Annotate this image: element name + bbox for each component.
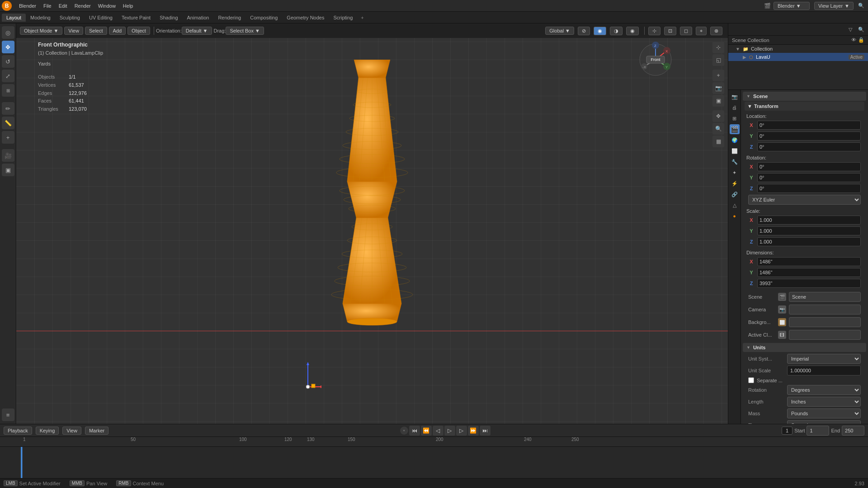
menu-file[interactable]: File [40, 2, 55, 9]
play-btn[interactable]: ▷ [444, 426, 455, 436]
ws-tab-scripting[interactable]: Scripting [329, 14, 357, 22]
zoom-view[interactable]: 🔍 [712, 123, 724, 135]
render-view-btn[interactable]: ▣ [2, 164, 14, 176]
menu-help[interactable]: Help [119, 2, 137, 9]
transform-tool-btn[interactable]: ⊞ [2, 84, 14, 97]
prev-keyframe-btn[interactable]: ⏪ [421, 426, 432, 436]
ws-tab-geometry-nodes[interactable]: Geometry Nodes [282, 14, 329, 22]
navigation-gizmo[interactable]: X -X Y Z Front [637, 42, 674, 78]
outliner-search-btn[interactable]: 🔍 [856, 24, 866, 34]
prop-tab-render[interactable]: 📷 [730, 92, 740, 102]
units-section-header[interactable]: ▼ Units [743, 343, 866, 352]
orientation-selector[interactable]: Default ▼ [182, 27, 212, 35]
time-selector[interactable]: Seconds [787, 420, 861, 424]
view-menu[interactable]: View [64, 27, 83, 35]
prop-tab-modifier[interactable]: 🔧 [730, 157, 740, 167]
keying-menu[interactable]: Keying [36, 427, 59, 435]
step-forward-btn[interactable]: ▷ [456, 426, 467, 436]
cursor-reset[interactable]: + [712, 70, 724, 81]
rotation-selector[interactable]: Degrees [787, 385, 861, 395]
playback-menu[interactable]: Playback [4, 427, 32, 435]
outliner-filter-btn[interactable]: ▽ [845, 24, 855, 34]
dim-y-input[interactable] [757, 268, 861, 277]
end-frame-input[interactable] [842, 426, 864, 436]
select-menu[interactable]: Select [85, 27, 107, 35]
rotation-z-input[interactable] [757, 184, 861, 193]
object-menu[interactable]: Object [127, 27, 150, 35]
menu-edit[interactable]: Edit [55, 2, 71, 9]
view-menu-timeline[interactable]: View [62, 427, 81, 435]
outliner-item-lavau[interactable]: ▶ ⬡ LavaU Active [728, 53, 868, 61]
outliner-item-collection[interactable]: ▼ 📁 Collection [728, 45, 868, 53]
scale-z-input[interactable] [757, 237, 861, 246]
menu-render[interactable]: Render [71, 2, 94, 9]
prop-tab-physics[interactable]: ⚡ [730, 178, 740, 188]
current-frame-indicator[interactable]: 1 [782, 427, 793, 435]
background-input[interactable] [789, 317, 861, 327]
camera-btn[interactable]: 🎥 [2, 149, 14, 162]
lava-lamp-object[interactable] [318, 60, 426, 341]
grid-view[interactable]: ▦ [712, 136, 724, 147]
menu-window[interactable]: Window [94, 2, 119, 9]
n-panel-btn[interactable]: ≡ [2, 408, 14, 421]
scene-name-input[interactable] [789, 292, 861, 302]
add-object-btn[interactable]: + [2, 131, 14, 144]
ws-tab-animation[interactable]: Animation [183, 14, 214, 22]
transform-gizmo[interactable] [294, 360, 321, 397]
blender-logo[interactable]: B [2, 1, 12, 11]
proportional-toggle[interactable]: ⊗ [710, 27, 722, 35]
add-menu[interactable]: Add [109, 27, 126, 35]
ws-tab-texture-paint[interactable]: Texture Paint [117, 14, 155, 22]
measure-tool-btn[interactable]: 📏 [2, 117, 14, 129]
marker-menu[interactable]: Marker [85, 427, 108, 435]
move-tool-btn[interactable]: ✥ [2, 41, 14, 53]
ws-tab-uv-editing[interactable]: UV Editing [85, 14, 117, 22]
search-button[interactable]: 🔍 [856, 1, 866, 11]
prop-tab-output[interactable]: 🖨 [730, 103, 740, 113]
prop-tab-particles[interactable]: ✦ [730, 168, 740, 178]
outliner-visibility-icon[interactable]: 👁 [851, 37, 856, 43]
unit-scale-input[interactable] [787, 366, 861, 375]
prop-tab-material[interactable]: ● [730, 211, 740, 221]
jump-start-btn[interactable]: ⏮ [409, 426, 420, 436]
prop-tab-object[interactable]: ⬜ [730, 146, 740, 156]
viewport-shading-wireframe[interactable]: ⊘ [578, 27, 590, 35]
scene-selector[interactable]: Blender ▼ [774, 2, 810, 10]
view-render[interactable]: ▣ [712, 95, 724, 107]
ws-tab-modeling[interactable]: Modeling [26, 14, 55, 22]
active-clip-input[interactable] [789, 330, 861, 340]
scale-x-input[interactable] [757, 216, 861, 225]
prop-tab-scene[interactable]: 🎬 [730, 124, 740, 134]
viewport-shading-render[interactable]: ◉ [626, 27, 639, 35]
prop-tab-world[interactable]: 🌍 [730, 135, 740, 145]
rotation-mode-selector[interactable]: XYZ Euler [748, 195, 861, 205]
scale-y-input[interactable] [757, 226, 861, 235]
viewport[interactable]: Object Mode ▼ View Select Add Object Ori… [16, 23, 728, 424]
select-box-selector[interactable]: Select Box ▼ [226, 27, 264, 35]
location-x-input[interactable] [757, 121, 861, 130]
next-keyframe-btn[interactable]: ⏩ [468, 426, 479, 436]
ws-tab-sculpting[interactable]: Sculpting [55, 14, 85, 22]
viewport-shading-material[interactable]: ◑ [610, 27, 623, 35]
viewport-shading-solid[interactable]: ◉ [594, 27, 606, 35]
snapping-toggle[interactable]: ⌖ [696, 27, 707, 35]
view-perspective-toggle[interactable]: ⊹ [712, 42, 724, 53]
ws-tab-compositing[interactable]: Compositing [245, 14, 282, 22]
view-layer-button[interactable]: View Layer ▼ [814, 2, 854, 10]
move-view[interactable]: ✥ [712, 110, 724, 122]
view-local-toggle[interactable]: ◱ [712, 54, 724, 66]
ws-tab-layout[interactable]: Layout [2, 14, 26, 22]
cursor-tool-btn[interactable]: ◎ [2, 26, 14, 39]
step-back-btn[interactable]: ◁ [433, 426, 443, 436]
ws-tab-shading[interactable]: Shading [155, 14, 182, 22]
menu-blender[interactable]: Blender [15, 2, 40, 9]
rotation-y-input[interactable] [757, 173, 861, 182]
transform-header[interactable]: ▼ Transform [745, 102, 864, 111]
camera-input[interactable] [789, 305, 861, 314]
object-mode-selector[interactable]: Object Mode ▼ [20, 27, 62, 35]
separate-checkbox[interactable] [748, 377, 754, 383]
prop-tab-view-layer[interactable]: ⊞ [730, 113, 740, 123]
view-camera[interactable]: 📷 [712, 82, 724, 94]
prop-tab-data[interactable]: △ [730, 200, 740, 210]
timeline-body[interactable] [0, 447, 868, 478]
